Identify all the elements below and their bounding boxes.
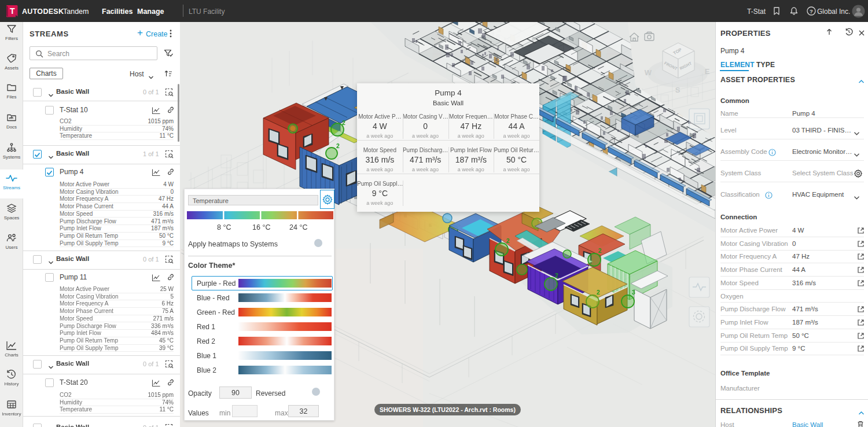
svg-text:2: 2 bbox=[342, 119, 345, 126]
svg-text:2: 2 bbox=[506, 237, 510, 244]
svg-text:W: W bbox=[645, 68, 652, 77]
svg-text:2: 2 bbox=[598, 247, 602, 254]
svg-text:2: 2 bbox=[555, 272, 558, 279]
svg-text:2: 2 bbox=[597, 289, 600, 296]
svg-text:T: T bbox=[10, 6, 15, 16]
svg-text:?: ? bbox=[810, 8, 813, 14]
svg-text:2: 2 bbox=[336, 142, 340, 149]
svg-text:S: S bbox=[675, 86, 681, 94]
svg-text:3: 3 bbox=[632, 289, 635, 296]
svg-text:E: E bbox=[705, 67, 710, 76]
